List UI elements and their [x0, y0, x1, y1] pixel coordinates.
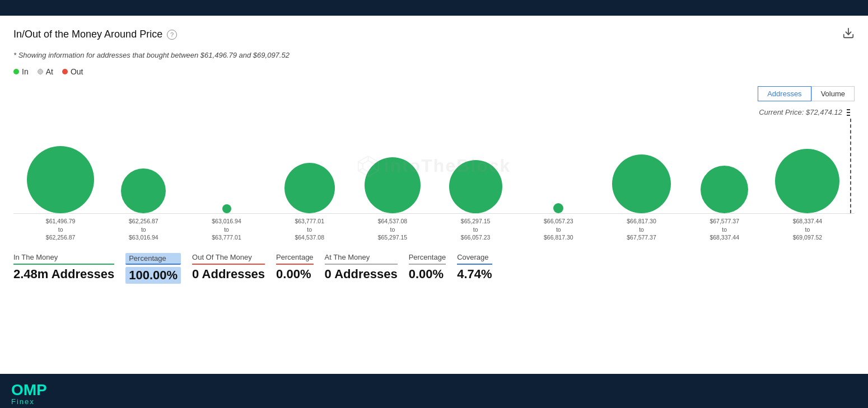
- label-col-5: $65,297.15 to $66,057.23: [434, 217, 517, 242]
- legend-label-at: At: [46, 67, 53, 76]
- bubble-col-8: [683, 166, 766, 213]
- legend-item-at: At: [38, 67, 53, 76]
- header-row: In/Out of the Money Around Price ?: [13, 27, 855, 42]
- bubble-8: [701, 166, 748, 213]
- range-7-3: $67,577.37: [627, 234, 656, 241]
- watermark: intoTheBlock: [357, 155, 511, 177]
- label-col-4: $64,537.08 to $65,297.15: [351, 217, 434, 242]
- top-bar: [0, 0, 868, 16]
- legend-item-in: In: [13, 67, 29, 76]
- addresses-button[interactable]: Addresses: [758, 86, 811, 101]
- range-5-1: $65,297.15: [461, 218, 491, 224]
- legend-item-out: Out: [62, 67, 83, 76]
- main-container: In/Out of the Money Around Price ? * Sho…: [0, 16, 868, 374]
- bubble-0: [27, 146, 94, 213]
- range-6-2: to: [556, 226, 561, 233]
- stat-label-pct-at: Percentage: [409, 253, 446, 265]
- bubble-2: [222, 204, 231, 213]
- stat-value-pct-out: 0.00%: [276, 267, 314, 282]
- info-text: * Showing information for addresses that…: [13, 51, 855, 59]
- labels-row: $61,496.79 to $62,256.87 $62,256.87 to $…: [13, 214, 855, 248]
- range-4-3: $65,297.15: [378, 234, 408, 241]
- bubble-3: [284, 163, 335, 213]
- svg-marker-2: [363, 161, 374, 172]
- range-5-3: $66,057.23: [461, 234, 491, 241]
- range-1-1: $62,256.87: [129, 218, 158, 224]
- range-2-1: $63,016.94: [212, 218, 241, 224]
- range-0-1: $61,496.79: [46, 218, 76, 224]
- chart-controls: Addresses Volume: [13, 86, 855, 101]
- volume-button[interactable]: Volume: [811, 86, 855, 101]
- brand-omp: OMP: [11, 382, 47, 398]
- watermark-text: intoTheBlock: [384, 156, 511, 176]
- bubble-1: [121, 168, 166, 213]
- brand-block: OMP Finex: [11, 382, 47, 405]
- bubble-col-2: [185, 204, 268, 213]
- label-col-1: $62,256.87 to $63,016.94: [102, 217, 185, 242]
- help-icon[interactable]: ?: [167, 30, 177, 40]
- range-0-2: to: [58, 226, 63, 233]
- legend-label-in: In: [22, 67, 29, 76]
- brand-finex: Finex: [11, 398, 47, 405]
- dashed-vertical-line: [850, 119, 851, 213]
- stat-col-in-money: In The Money 2.48m Addresses: [13, 253, 125, 282]
- range-8-1: $67,577.37: [710, 218, 739, 224]
- page-title: In/Out of the Money Around Price: [13, 29, 162, 40]
- range-9-1: $68,337.44: [793, 218, 823, 224]
- range-6-3: $66,817.30: [544, 234, 573, 241]
- chart-area: intoTheBlock: [13, 119, 855, 214]
- range-4-2: to: [390, 226, 395, 233]
- svg-line-7: [358, 168, 363, 171]
- stat-value-out-money: 0 Addresses: [192, 267, 265, 282]
- bubble-col-9: [766, 149, 849, 213]
- bubble-col-7: [600, 154, 683, 213]
- range-7-1: $66,817.30: [627, 218, 656, 224]
- stat-value-coverage: 4.74%: [457, 267, 492, 282]
- legend-label-out: Out: [71, 67, 83, 76]
- current-price-row: Current Price: $72,474.12: [13, 108, 855, 116]
- stat-label-in-money: In The Money: [13, 253, 114, 265]
- label-col-7: $66,817.30 to $67,577.37: [600, 217, 683, 242]
- bubble-col-0: [19, 146, 102, 213]
- range-8-2: to: [722, 226, 727, 233]
- svg-line-8: [358, 162, 363, 164]
- stat-value-at-money: 0 Addresses: [325, 267, 398, 282]
- range-2-3: $63,777.01: [212, 234, 241, 241]
- stat-label-at-money: At The Money: [325, 253, 398, 265]
- stat-label-out-money: Out Of The Money: [192, 253, 265, 265]
- svg-line-4: [374, 162, 379, 164]
- legend: In At Out: [13, 67, 855, 76]
- stat-col-coverage: Coverage 4.74%: [457, 253, 503, 282]
- stat-value-pct-at: 0.00%: [409, 267, 446, 282]
- range-7-2: to: [639, 226, 644, 233]
- range-4-1: $64,537.08: [378, 218, 408, 224]
- bubble-col-6: [517, 203, 600, 213]
- stat-col-at-money: At The Money 0 Addresses: [325, 253, 409, 282]
- bubble-6: [553, 203, 563, 213]
- current-price-label: Current Price: $72,474.12: [759, 108, 842, 116]
- range-5-2: to: [473, 226, 478, 233]
- legend-dot-at: [38, 69, 43, 74]
- range-6-1: $66,057.23: [544, 218, 573, 224]
- download-icon[interactable]: [842, 27, 855, 42]
- range-1-3: $63,016.94: [129, 234, 158, 241]
- stat-label-coverage: Coverage: [457, 253, 492, 265]
- bubble-7: [612, 154, 671, 213]
- range-3-3: $64,537.08: [295, 234, 324, 241]
- label-col-0: $61,496.79 to $62,256.87: [19, 217, 102, 242]
- range-2-2: to: [224, 226, 229, 233]
- label-col-2: $63,016.94 to $63,777.01: [185, 217, 268, 242]
- stat-col-out-money: Out Of The Money 0 Addresses: [192, 253, 276, 282]
- range-8-3: $68,337.44: [710, 234, 739, 241]
- label-col-8: $67,577.37 to $68,337.44: [683, 217, 766, 242]
- label-col-9: $68,337.44 to $69,097.52: [766, 217, 849, 242]
- stat-label-pct-out: Percentage: [276, 253, 314, 265]
- range-3-2: to: [307, 226, 312, 233]
- stat-value-in-money: 2.48m Addresses: [13, 267, 114, 282]
- bottom-bar: OMP Finex: [0, 374, 868, 408]
- label-col-3: $63,777.01 to $64,537.08: [268, 217, 351, 242]
- stat-col-pct-at: Percentage 0.00%: [409, 253, 458, 282]
- stats-row: In The Money 2.48m Addresses Percentage …: [13, 253, 855, 289]
- range-9-3: $69,097.52: [793, 234, 823, 241]
- bubble-col-3: [268, 163, 351, 213]
